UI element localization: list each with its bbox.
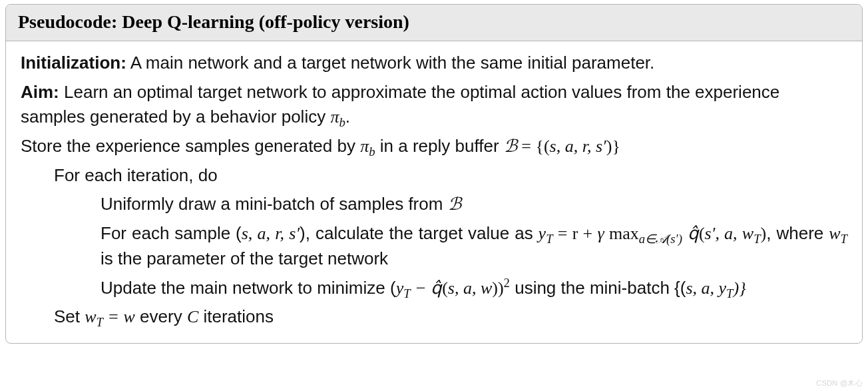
pi-b-symbol-2: πb	[360, 137, 375, 156]
initialization-label: Initialization:	[21, 53, 126, 73]
buffer-symbol: ℬ	[504, 137, 517, 156]
update-pre: Update the main network to minimize (	[101, 278, 396, 298]
sample-pre: For each sample (	[101, 223, 242, 243]
store-mid: in a reply buffer	[375, 136, 504, 156]
where-post: is the parameter of the target network	[101, 248, 388, 268]
minus: −	[411, 278, 431, 298]
pi-b-symbol: πb	[330, 107, 345, 127]
update-line: Update the main network to minimize (yT …	[21, 276, 847, 301]
C: C	[187, 307, 198, 326]
algorithm-title: Pseudocode: Deep Q-learning (off-policy …	[18, 11, 409, 32]
set-mid: every	[135, 306, 187, 326]
w: w	[124, 307, 135, 326]
y-T-2: yT	[396, 278, 411, 298]
store-pre: Store the experience samples generated b…	[21, 136, 360, 156]
eq-r-plus: = r +	[553, 224, 598, 243]
buffer-def: = {(s, a, r, s′)}	[517, 137, 620, 156]
sample-tuple: s, a, r, s′	[242, 224, 300, 243]
update-close: )}	[734, 278, 746, 298]
aim-text: Learn an optimal target network to appro…	[21, 82, 779, 127]
aim-label: Aim:	[21, 82, 59, 102]
where-pre: , where	[766, 223, 829, 243]
sample-mid: ), calculate the target value as	[300, 223, 539, 243]
qhat-2: q̂(s, a, w))2	[431, 278, 510, 298]
draw-pre: Uniformly draw a mini-batch of samples f…	[101, 194, 448, 214]
w-T-3: wT	[85, 307, 103, 326]
set-line: Set wT = w every C iterations	[21, 304, 847, 330]
set-eq: =	[103, 307, 124, 326]
w-T: wT	[829, 224, 847, 243]
store-line: Store the experience samples generated b…	[21, 134, 847, 159]
set-post: iterations	[198, 306, 274, 326]
algorithm-box: Pseudocode: Deep Q-learning (off-policy …	[5, 4, 863, 344]
update-post: using the mini-batch {(	[510, 278, 686, 298]
initialization-line: Initialization: A main network and a tar…	[21, 51, 847, 76]
mini-tuple: s, a, yT	[686, 278, 733, 298]
period: .	[345, 107, 350, 127]
gamma: γ	[598, 224, 604, 243]
algorithm-header: Pseudocode: Deep Q-learning (off-policy …	[6, 5, 862, 41]
set-pre: Set	[54, 306, 85, 326]
draw-minibatch-line: Uniformly draw a mini-batch of samples f…	[21, 192, 847, 217]
buffer-symbol-2: ℬ	[448, 195, 461, 214]
target-value-line: For each sample (s, a, r, s′), calculate…	[21, 221, 847, 271]
max-op: maxa∈𝒜(s′)	[604, 224, 682, 243]
algorithm-body: Initialization: A main network and a tar…	[6, 41, 862, 343]
aim-line: Aim: Learn an optimal target network to …	[21, 80, 847, 130]
y-T: yT	[539, 224, 553, 243]
qhat-1: q̂(s′, a, wT)	[688, 224, 766, 243]
for-each-iteration-line: For each iteration, do	[21, 163, 847, 189]
initialization-text: A main network and a target network with…	[126, 53, 654, 73]
